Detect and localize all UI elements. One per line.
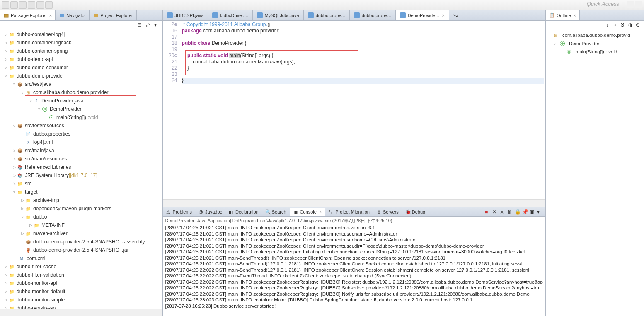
node-label: src: [25, 181, 31, 187]
folder-node[interactable]: ▷📁src: [0, 180, 162, 188]
package-tree[interactable]: ▷📁dubbo-container-log4j ▷📁dubbo-containe…: [0, 29, 162, 309]
close-icon[interactable]: ×: [49, 13, 52, 18]
project-node[interactable]: ▷📁dubbo-filter-cache: [0, 263, 162, 271]
code-text: main: [229, 53, 240, 58]
folder-node[interactable]: ▷📁META-INF: [0, 221, 162, 229]
toolbar-button[interactable]: [10, 1, 18, 9]
tab-project-explorer[interactable]: Project Explorer: [90, 10, 136, 20]
project-node[interactable]: ▷📁dubbo-container-log4j: [0, 30, 162, 39]
link-editor-icon[interactable]: ⇄: [146, 22, 152, 28]
project-node[interactable]: ▷📁dubbo-monitor-default: [0, 287, 162, 296]
tab-navigator[interactable]: Navigator: [56, 10, 90, 20]
source-folder-node[interactable]: ▷📦src/main/java: [0, 146, 162, 155]
outline-tree[interactable]: ⊞com.alibaba.dubbo.demo.provid ▿CDemoPro…: [546, 29, 644, 58]
source-folder-node[interactable]: ▿📦src/test/resources: [0, 122, 162, 130]
editor-overflow[interactable]: »₂: [449, 10, 462, 20]
toolbar-button[interactable]: [45, 1, 53, 9]
folder-node[interactable]: ▷📁dependency-maven-plugin-markers: [0, 204, 162, 213]
hide-nonpublic-icon[interactable]: ◑: [628, 22, 634, 28]
sort-icon[interactable]: ↕: [606, 22, 612, 28]
folder-node[interactable]: ▷📁archive-tmp: [0, 196, 162, 204]
horizontal-scrollbar[interactable]: [0, 309, 162, 316]
toolbar-button[interactable]: [36, 1, 44, 9]
pom-file-node[interactable]: Mpom.xml: [0, 254, 162, 263]
perspective-button[interactable]: [635, 1, 642, 8]
editor-tab[interactable]: dubbo.prope...: [304, 10, 350, 20]
terminate-icon[interactable]: ■: [485, 209, 491, 215]
remove-launch-icon[interactable]: ✕: [492, 209, 498, 215]
tab-package-explorer[interactable]: Package Explorer ×: [0, 10, 56, 20]
java-file-node[interactable]: ▿JDemoProvider.java: [0, 97, 162, 105]
source-folder-node[interactable]: ▿📦src/test/java: [0, 80, 162, 88]
code-area[interactable]: * Copyright 1999-2011 Alibaba Group.▯ pa…: [180, 21, 545, 199]
hide-static-icon[interactable]: S: [621, 22, 627, 28]
jre-node[interactable]: ▷📚JRE System Library [jdk1.7.0_17]: [0, 171, 162, 180]
close-icon[interactable]: ×: [319, 209, 322, 214]
collapse-all-icon[interactable]: ⊟: [138, 22, 143, 28]
remove-all-icon[interactable]: ⨯: [500, 209, 506, 215]
class-node[interactable]: ▿CDemoProvider: [0, 105, 162, 113]
folder-node[interactable]: ▷📁maven-archiver: [0, 229, 162, 238]
navigator-icon: [59, 12, 65, 18]
properties-file-icon: [354, 12, 360, 18]
project-node[interactable]: ▷📁dubbo-demo-consumer: [0, 63, 162, 72]
pin-console-icon[interactable]: 📌: [522, 209, 528, 215]
tab-problems[interactable]: ⚠Problems: [163, 208, 195, 216]
toolbar-button[interactable]: [28, 1, 35, 9]
scroll-lock-icon[interactable]: 🔒: [515, 209, 521, 215]
tab-label: Navigator: [66, 13, 86, 18]
library-node[interactable]: ▷📚Referenced Libraries: [0, 163, 162, 171]
display-console-icon[interactable]: ▣: [530, 209, 535, 215]
tab-project-migration[interactable]: ⇆Project Migration: [325, 208, 373, 216]
file-node[interactable]: Xlog4j.xml: [0, 138, 162, 146]
tab-search[interactable]: 🔍Search: [262, 208, 290, 216]
project-node[interactable]: ▿📁dubbo-demo-provider: [0, 72, 162, 80]
view-menu-icon[interactable]: ▾: [154, 22, 160, 28]
tab-declaration[interactable]: ◧Declaration: [225, 208, 262, 216]
close-icon[interactable]: ×: [442, 13, 444, 18]
clear-console-icon[interactable]: 🗑: [507, 209, 513, 215]
project-node[interactable]: ▷📁dubbo-filter-validation: [0, 271, 162, 279]
project-node[interactable]: ▷📁dubbo-monitor-api: [0, 279, 162, 287]
file-node[interactable]: 📦dubbo-demo-provider-2.5.4-SNAPSHOT-asse…: [0, 238, 162, 246]
outline-method[interactable]: main(String[]) : void: [547, 48, 642, 56]
editor-tab[interactable]: IJdbcDriver....: [208, 10, 252, 20]
open-console-icon[interactable]: ▾: [537, 209, 543, 215]
toolbar-button[interactable]: [2, 1, 9, 9]
jar-file-node[interactable]: 🏺dubbo-demo-provider-2.5.4-SNAPSHOT.jar: [0, 246, 162, 254]
tab-label: Search: [272, 209, 286, 214]
quick-access-field[interactable]: Quick Access: [587, 1, 619, 7]
hide-local-icon[interactable]: ⊙: [636, 22, 642, 28]
folder-node[interactable]: ▿📁dubbo: [0, 213, 162, 221]
horizontal-scrollbar[interactable]: [163, 199, 545, 207]
editor-tab[interactable]: JDBCSPI.java: [163, 10, 208, 20]
file-node[interactable]: 📄dubbo.properties: [0, 130, 162, 138]
method-node[interactable]: main(String[]) : void: [0, 113, 162, 122]
package-node[interactable]: ▿⊞com.alibaba.dubbo.demo.provider: [0, 88, 162, 97]
jre-version: [jdk1.7.0_17]: [69, 173, 97, 178]
project-node[interactable]: ▷📁dubbo-container-logback: [0, 39, 162, 47]
tab-servers[interactable]: 🖥Servers: [373, 208, 402, 216]
project-node[interactable]: ▷📁dubbo-container-spring: [0, 47, 162, 55]
tab-javadoc[interactable]: @Javadoc: [195, 208, 225, 216]
editor-tab-active[interactable]: DemoProvide...×: [396, 10, 449, 20]
tab-outline[interactable]: 📋 Outline ×: [546, 10, 580, 20]
close-icon[interactable]: ×: [574, 13, 576, 18]
outline-package[interactable]: ⊞com.alibaba.dubbo.demo.provid: [547, 31, 642, 39]
outline-class[interactable]: ▿CDemoProvider: [547, 39, 642, 48]
folder-node[interactable]: ▿📁target: [0, 188, 162, 196]
hide-fields-icon[interactable]: ○: [613, 22, 619, 28]
toolbar-button[interactable]: [19, 1, 27, 9]
project-node[interactable]: ▷📁dubbo-registry-api: [0, 304, 162, 309]
code-editor[interactable]: 2⊕1617181920⊖21222324 * Copyright 1999-2…: [163, 21, 545, 199]
tab-debug[interactable]: 🐞Debug: [402, 208, 429, 216]
project-node[interactable]: ▷📁dubbo-demo-api: [0, 55, 162, 63]
console-output[interactable]: [28/07/17 04:25:21:021 CST] main INFO zo…: [163, 225, 545, 316]
project-node[interactable]: ▷📁dubbo-monitor-simple: [0, 296, 162, 304]
perspective-button[interactable]: [627, 1, 634, 8]
source-folder-node[interactable]: ▷📦src/main/resources: [0, 155, 162, 163]
node-label: maven-archiver: [33, 231, 68, 236]
tab-console[interactable]: ▣Console×: [290, 208, 326, 216]
editor-tab[interactable]: MySQLJdbc.java: [253, 10, 304, 20]
editor-tab[interactable]: dubbo.prope...: [350, 10, 396, 20]
